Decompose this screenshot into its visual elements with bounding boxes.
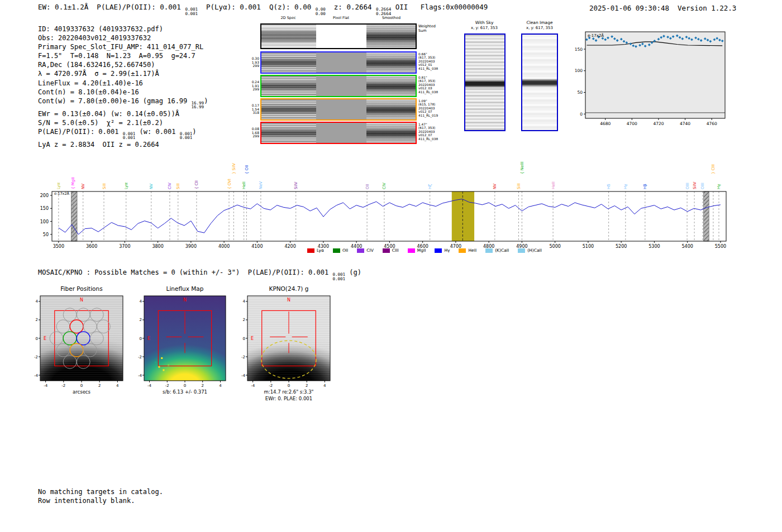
spectrum-point bbox=[625, 41, 628, 44]
stacked-fraction: 0.26640.2664 bbox=[376, 7, 391, 16]
svg-text:e-17x2Å: e-17x2Å bbox=[588, 33, 604, 38]
info-line: ID: 4019337632 (4019337632.pdf) bbox=[38, 25, 208, 33]
info-line: P(LAE)/P(OII): 0.001 0.0010.001 (w: 0.00… bbox=[38, 127, 208, 140]
timestamp-version: 2025-01-06 09:30:48 Version 1.22.3 bbox=[589, 4, 736, 12]
svg-text:2: 2 bbox=[202, 384, 204, 388]
fit-line bbox=[586, 42, 722, 46]
row-fiber-labels: WeightedSum bbox=[418, 25, 443, 33]
svg-text:-4: -4 bbox=[44, 384, 48, 388]
svg-text:NeV: NeV bbox=[259, 181, 263, 189]
withsky-coords: x, y: 617, 353 bbox=[464, 26, 504, 30]
text-segment: Obs: 20220403v012_4019337632 bbox=[38, 34, 151, 42]
col-header-pixelflat: Pixel Flat bbox=[316, 16, 366, 20]
spectrum-point bbox=[653, 40, 656, 42]
svg-text:4: 4 bbox=[36, 299, 39, 304]
svg-text:-2: -2 bbox=[165, 384, 169, 388]
text-segment: OII Flags:0x00000049 bbox=[391, 3, 488, 11]
spectrum-line bbox=[59, 199, 721, 234]
spectrum-point bbox=[641, 42, 644, 45]
svg-text:3600: 3600 bbox=[86, 244, 97, 249]
smoothed-cutout bbox=[366, 52, 416, 73]
col-header-2dspec: 2D Spec bbox=[261, 16, 316, 20]
spectrum-point bbox=[651, 41, 654, 44]
legend-item: Lyα bbox=[307, 248, 324, 253]
spectrum-point bbox=[709, 40, 712, 43]
text-segment: LineFlux = 4.20(±1.40)e-16 bbox=[38, 79, 143, 87]
legend-item: OII bbox=[333, 248, 348, 253]
svg-text:200: 200 bbox=[40, 193, 49, 198]
text-segment: LyA z = 2.8834 OII z = 0.2664 bbox=[38, 141, 159, 148]
spectrum-point bbox=[694, 36, 697, 39]
col-header-smoothed: Smoothed bbox=[366, 16, 416, 20]
svg-text:SiII: SiII bbox=[176, 183, 180, 189]
text-segment: EW: 0.1±1.2Å P(LAE)/P(OII): 0.001 bbox=[38, 3, 185, 11]
kpno-caption-1: m:14.7 re:2.6" s:3.3" bbox=[247, 389, 330, 395]
spectrum-point bbox=[630, 42, 632, 45]
lineflux-map-image bbox=[144, 296, 226, 381]
spectrum-point bbox=[607, 36, 609, 39]
catalog-note-2: Row intentionally blank. bbox=[38, 497, 135, 505]
cleanimage-image bbox=[521, 33, 558, 131]
info-line: RA,Dec (184.632416,52.667450) bbox=[38, 60, 208, 69]
svg-text:0: 0 bbox=[80, 384, 83, 388]
withsky-image bbox=[464, 33, 506, 131]
svg-text:-2: -2 bbox=[34, 355, 38, 360]
main-spectrum-plot: 3500360037003800390040004100420043004400… bbox=[40, 162, 726, 249]
spectrum-legend: LyαOIICIVCIIIMgIIHγHeII(K)CaII(H)CaII bbox=[235, 248, 614, 253]
spectrum-point bbox=[666, 36, 669, 39]
svg-text:} CIII: } CIII bbox=[711, 164, 716, 174]
text-segment: S/N = 5.0(±0.5) χ² = 2.1(±0.2) bbox=[38, 119, 163, 127]
row-weight-labels: 0.241.91299 bbox=[246, 75, 259, 97]
legend-swatch bbox=[485, 248, 493, 253]
legend-item: CIV bbox=[357, 248, 374, 253]
svg-text:4: 4 bbox=[243, 299, 246, 304]
legend-label: CIV bbox=[366, 248, 374, 253]
spectrum-point bbox=[592, 37, 595, 40]
pixelflat-cutout bbox=[316, 99, 366, 119]
text-segment: Cont(w) = 7.80(±0.00)e-16 (gmag 16.99 bbox=[38, 97, 192, 105]
catalog-note-1: No matching targets in catalog. bbox=[38, 488, 163, 496]
legend-item: CIII bbox=[383, 248, 399, 253]
spectrum-point bbox=[662, 35, 665, 37]
legend-item: HeII bbox=[459, 248, 476, 253]
text-segment: F=1.5" T=0.148 N=1.23 A=0.95 g=24.7 bbox=[38, 52, 196, 60]
legend-item: Hγ bbox=[435, 248, 450, 253]
svg-text:3500: 3500 bbox=[53, 244, 64, 249]
svg-text:NV: NV bbox=[493, 184, 497, 189]
kpno-caption-2: EWr: 0. PLAE: 0.001 bbox=[247, 396, 330, 401]
pixelflat-cutout bbox=[316, 123, 366, 143]
row-fiber-labels: 0.66"(617, 353)20220403v012_01411_RL_038 bbox=[418, 52, 443, 70]
svg-text:{ NeIII: { NeIII bbox=[520, 162, 524, 174]
svg-text:4740: 4740 bbox=[680, 121, 690, 126]
row-weight-labels: 0.301.93299 bbox=[246, 51, 259, 74]
svg-text:4760: 4760 bbox=[707, 121, 717, 126]
text-segment: z: 0.2664 bbox=[326, 3, 376, 11]
row-fiber-labels: 1.47"(617, 353)20220403v012_07411_RL_038 bbox=[418, 123, 443, 141]
spectrum-point bbox=[681, 37, 684, 40]
legend-label: HeII bbox=[468, 248, 476, 253]
info-line: LineFlux = 4.20(±1.40)e-16 bbox=[38, 79, 208, 88]
elixer-report-page: EW: 0.1±1.2Å P(LAE)/P(OII): 0.001 0.0010… bbox=[0, 0, 782, 532]
svg-text:2: 2 bbox=[98, 384, 101, 388]
svg-text:3800: 3800 bbox=[152, 244, 163, 249]
legend-swatch bbox=[333, 248, 340, 253]
svg-text:CIV: CIV bbox=[382, 183, 387, 189]
info-line: Primary Spec_Slot_IFU_AMP: 411_014_077_R… bbox=[38, 42, 208, 51]
svg-text:{ MgII: { MgII bbox=[71, 178, 75, 189]
svg-text:e-17x2Å: e-17x2Å bbox=[54, 191, 70, 196]
spectrum-point bbox=[713, 39, 716, 41]
svg-text:-2: -2 bbox=[61, 384, 65, 388]
svg-text:150: 150 bbox=[40, 206, 49, 211]
lineflux-caption: s/b: 6.13 +/- 0.371 bbox=[144, 389, 226, 395]
spectrum-point bbox=[585, 39, 588, 41]
kpno-cutout-image bbox=[247, 296, 330, 381]
info-line: EWr = 0.13(±0.04) (w: 0.14(±0.05))Å bbox=[38, 109, 208, 118]
2d-spec-row bbox=[260, 23, 417, 49]
svg-text:-4: -4 bbox=[34, 373, 39, 378]
svg-text:NV: NV bbox=[149, 184, 154, 189]
summary-header-line: EW: 0.1±1.2Å P(LAE)/P(OII): 0.001 0.0010… bbox=[38, 3, 488, 16]
spectrum-point bbox=[704, 37, 707, 40]
smoothed-cutout bbox=[366, 25, 416, 48]
svg-text:0: 0 bbox=[140, 337, 142, 341]
svg-text:Lyα: Lyα bbox=[56, 183, 61, 189]
